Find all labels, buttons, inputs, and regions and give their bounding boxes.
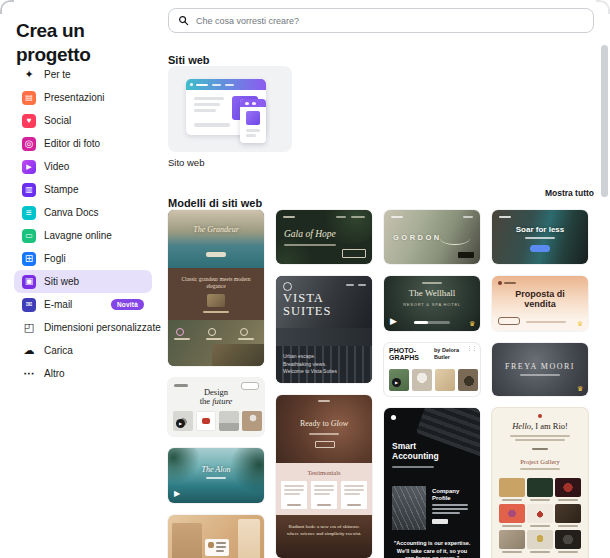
logo-placeholder [174,384,188,387]
sidebar-item-stampe[interactable]: Stampe [14,178,152,201]
caption-bar [530,551,550,553]
link-placeholder [532,448,548,450]
template-title: The Wellhall [384,288,480,298]
template-column-2: Gala of Hope VISTA SUITES Urban escape. … [276,210,372,558]
sidebar-item-social[interactable]: Social [14,109,152,132]
template-vista-suites[interactable]: VISTA SUITES Urban escape. Breathtaking … [276,276,372,383]
decor-bar [284,493,300,495]
template-title: FREYA MOORI [492,362,588,371]
template-title: Proposta di vendita [505,289,575,310]
pro-crown-icon [577,385,583,392]
template-ready-to-glow[interactable]: Ready to Glow Testimonials [276,395,372,558]
project-type-nav: Per te Presentazioni Social Editor di fo… [0,63,160,385]
sidebar-item-presentazioni[interactable]: Presentazioni [14,86,152,109]
sidebar-item-video[interactable]: Video [14,155,152,178]
logo-badge [205,539,229,556]
custom-size-icon [22,321,36,335]
template-lifestyle-store[interactable] [168,515,264,558]
decor-bar [194,103,220,106]
deckchair-photo [212,344,264,366]
button-placeholder [432,519,448,524]
template-tagline: Classic grandeur meets modern elegance [168,276,264,291]
sidebar-item-per-te[interactable]: Per te [14,63,152,86]
decor-bar [212,84,221,87]
website-icon [22,275,36,289]
scrollbar-thumb[interactable] [601,45,608,197]
menu-dots-icon: ⋮⋮ [467,345,477,351]
sito-web-card[interactable] [168,66,292,152]
sidebar-item-label: Social [44,115,71,126]
sidebar-item-canva-docs[interactable]: Canva Docs [14,201,152,224]
decor-block [246,111,260,125]
template-hello-rio[interactable]: Hello, I am Rio! Project Gallery [492,408,588,558]
mostra-tutto-link[interactable]: Mostra tutto [168,188,594,198]
presentation-icon [22,91,36,105]
gallery-tile [555,478,581,497]
sidebar-item-dimensioni-personalizzate[interactable]: Dimensioni personalizzate [14,316,152,339]
pool-photo [168,210,264,268]
template-gala-of-hope[interactable]: Gala of Hope [276,210,372,264]
sidebar-item-editor-di-foto[interactable]: Editor di foto [14,132,152,155]
person-photo [172,523,202,558]
decor-bar [194,97,224,100]
print-icon [22,183,36,197]
sidebar-item-siti-web[interactable]: Siti web [14,270,152,293]
docs-icon [22,206,36,220]
decor-bar [284,485,304,487]
novita-badge: Novità [111,299,144,310]
play-icon [390,317,397,326]
template-photographs[interactable]: PHOTO-GRAPHS by Delora Butler ⋮⋮ [384,343,480,396]
search-input[interactable]: Che cosa vorresti creare? [168,8,594,33]
logo-placeholder [504,282,516,284]
logo-placeholder [391,216,403,218]
template-smart-accounting[interactable]: Smart Accounting Company Profile "Accoun… [384,408,480,558]
decor-bar [203,311,229,313]
template-the-wellhall[interactable]: The Wellhall RESORT & SPA HOTEL [384,276,480,331]
decor-bar [246,129,260,132]
decor-bar [309,433,339,435]
decor-bar [196,84,208,87]
template-line: Welcome to Vista Suites [283,368,337,376]
nav-bar [336,216,346,218]
nav-bar [346,284,354,286]
decor-bar [216,550,224,552]
page-title: Crea un progetto [16,19,146,68]
testimonial-card [281,481,307,509]
decor-bar [510,435,570,437]
decor-block [208,542,214,548]
sidebar-item-label: Editor di foto [44,138,100,149]
button-placeholder [498,317,520,325]
template-grandeur-resort[interactable]: The Grandeur Classic grandeur meets mode… [168,210,264,366]
decor-bar [347,504,361,506]
template-title-part: the [200,396,210,406]
template-gordon[interactable]: GORDON [384,210,480,264]
gallery-tile [412,369,432,391]
sidebar-item-label: Canva Docs [44,207,98,218]
logo-placeholder [499,216,511,218]
template-proposta-di-vendita[interactable]: Proposta di vendita [492,276,588,331]
sidebar-item-altro[interactable]: Altro [14,362,152,385]
template-the-alon[interactable]: The Alon [168,448,264,503]
section-title: Company Profile [432,488,472,502]
template-title: Gala of Hope [284,229,336,239]
gallery-tile [458,369,478,391]
template-title-part: I am Rio! [535,421,568,431]
decor-bar [432,512,460,514]
template-design-the-future[interactable]: Design the future [168,378,264,436]
sidebar-item-lavagne-online[interactable]: Lavagne online [14,224,152,247]
search-placeholder: Che cosa vorresti creare? [196,16,299,26]
testimonial-card [311,481,337,509]
sidebar-item-label: Fogli [44,253,66,264]
gallery-tile [527,478,553,497]
sidebar-item-email[interactable]: E-mail Novità [14,293,152,316]
template-freya-moori[interactable]: FREYA MOORI [492,343,588,396]
template-soar-for-less[interactable]: Soar for less [492,210,588,264]
section-title: Project Gallery [492,458,588,465]
sidebar-item-fogli[interactable]: Fogli [14,247,152,270]
decor-bar [432,508,468,510]
decor-bar [206,477,226,479]
sidebar-item-carica[interactable]: Carica [14,339,152,362]
phone-illustration [240,99,266,143]
template-column-1: The Grandeur Classic grandeur meets mode… [168,210,264,558]
feature-icon [240,328,248,336]
